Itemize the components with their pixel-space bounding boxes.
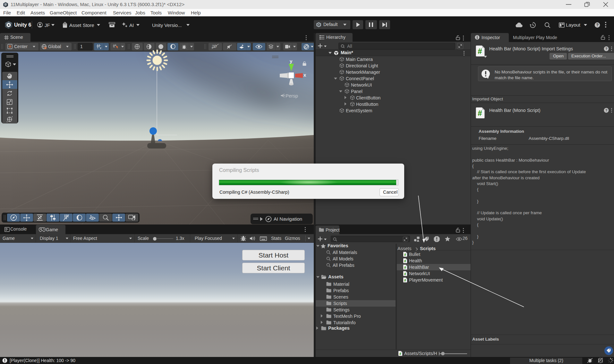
- svg-text:?: ?: [605, 47, 608, 51]
- svg-text:Y: Y: [100, 47, 101, 49]
- svg-text:#: #: [404, 259, 406, 263]
- svg-text:#: #: [478, 47, 482, 55]
- svg-text:y: y: [290, 58, 293, 64]
- svg-text:x: x: [303, 72, 306, 78]
- svg-text:#: #: [478, 109, 482, 117]
- svg-text:#: #: [404, 266, 406, 269]
- svg-text:?: ?: [596, 23, 599, 27]
- svg-text:#: #: [404, 272, 406, 276]
- svg-text:#: #: [399, 352, 401, 356]
- svg-text:#: #: [404, 278, 406, 282]
- svg-text:#: #: [404, 253, 406, 257]
- svg-text:?: ?: [605, 108, 608, 112]
